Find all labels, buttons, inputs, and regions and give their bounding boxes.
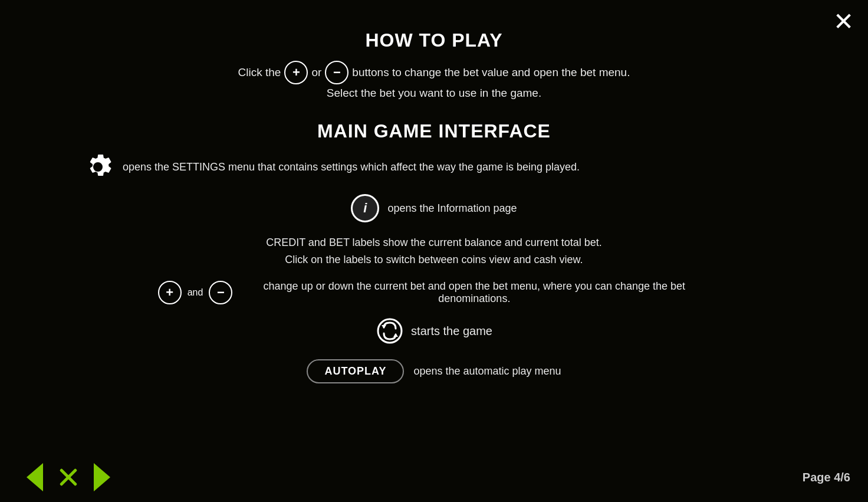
x-icon <box>57 466 80 488</box>
modal-container: ✕ HOW TO PLAY Click the + or − buttons t… <box>0 0 868 502</box>
autoplay-button[interactable]: AUTOPLAY <box>307 359 404 383</box>
info-text: opens the Information page <box>387 202 517 215</box>
plus-circle-btn: + <box>158 281 182 304</box>
credit-bet-line1: CREDIT and BET labels show the current b… <box>266 234 602 251</box>
click-the-text: Click the <box>238 64 281 81</box>
nav-arrows <box>18 462 119 493</box>
or-text: or <box>311 64 321 81</box>
how-to-play-title: HOW TO PLAY <box>365 29 502 51</box>
prev-arrow-icon <box>27 463 43 491</box>
autoplay-text: opens the automatic play menu <box>413 365 561 378</box>
close-nav-button[interactable] <box>54 463 83 491</box>
and-text: and <box>188 287 203 298</box>
gear-icon <box>83 152 113 182</box>
info-icon: i <box>351 194 379 222</box>
spin-icon <box>376 317 404 345</box>
plus-icon-inline: + <box>284 61 308 84</box>
plus-minus-row: + and − change up or down the current be… <box>158 280 711 305</box>
bet-description: Click the + or − buttons to change the b… <box>238 61 630 101</box>
minus-circle-btn: − <box>209 281 232 304</box>
spin-row: starts the game <box>376 317 492 345</box>
minus-icon-inline: − <box>325 61 348 84</box>
svg-marker-2 <box>393 333 398 337</box>
plus-minus-description: change up or down the current bet and op… <box>238 280 710 305</box>
info-row: i opens the Information page <box>351 194 517 222</box>
next-arrow-button[interactable] <box>85 462 119 493</box>
close-button[interactable]: ✕ <box>833 9 854 34</box>
page-indicator: Page 4/6 <box>803 471 850 484</box>
bottom-bar: Page 4/6 <box>0 452 868 502</box>
next-arrow-icon <box>94 463 110 491</box>
credit-bet-line2: Click on the labels to switch between co… <box>266 251 602 268</box>
prev-arrow-button[interactable] <box>18 462 52 493</box>
main-game-section: MAIN GAME INTERFACE opens the SETTINGS m… <box>47 120 821 383</box>
bet-description-line2: Select the bet you want to use in the ga… <box>238 84 630 101</box>
main-game-title: MAIN GAME INTERFACE <box>317 120 551 142</box>
credit-bet-text: CREDIT and BET labels show the current b… <box>266 234 602 268</box>
bet-description-line1: buttons to change the bet value and open… <box>352 64 630 81</box>
settings-text: opens the SETTINGS menu that contains se… <box>123 161 580 173</box>
autoplay-row: AUTOPLAY opens the automatic play menu <box>307 359 561 383</box>
settings-row: opens the SETTINGS menu that contains se… <box>47 152 821 182</box>
svg-marker-1 <box>382 325 386 329</box>
spin-text: starts the game <box>411 324 492 338</box>
